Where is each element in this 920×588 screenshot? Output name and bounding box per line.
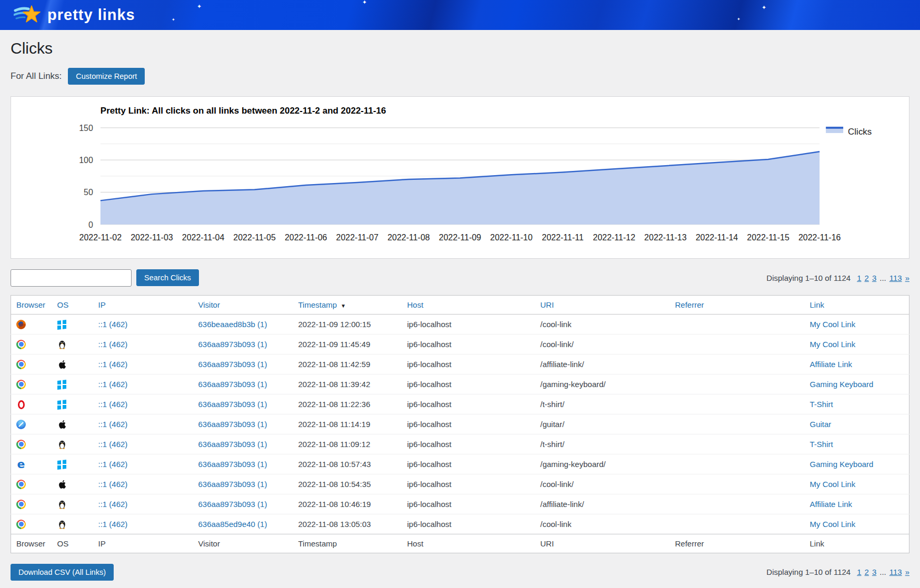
- linux-icon: [57, 440, 67, 449]
- sort-header-ip[interactable]: IP: [93, 295, 193, 314]
- apple-icon: [57, 360, 67, 369]
- svg-text:2022-11-16: 2022-11-16: [798, 233, 841, 242]
- chrome-icon: [16, 440, 26, 449]
- svg-text:50: 50: [84, 188, 93, 197]
- svg-text:2022-11-08: 2022-11-08: [387, 233, 430, 242]
- ip-link[interactable]: ::1 (462): [98, 480, 128, 489]
- page-link-2[interactable]: 2: [865, 567, 869, 576]
- ip-link[interactable]: ::1 (462): [98, 380, 128, 389]
- pretty-link-name[interactable]: My Cool Link: [810, 480, 856, 489]
- opera-icon: [18, 400, 25, 409]
- ip-link[interactable]: ::1 (462): [98, 420, 128, 429]
- pretty-link-name[interactable]: Guitar: [810, 420, 832, 429]
- visitor-link[interactable]: 636aa8973b093 (1): [198, 440, 267, 449]
- svg-text:Clicks: Clicks: [848, 127, 872, 137]
- pretty-link-name[interactable]: Affiliate Link: [810, 360, 853, 369]
- table-row: ::1 (462)636aa8973b093 (1)2022-11-08 10:…: [11, 454, 909, 474]
- footer-col-ip: IP: [93, 534, 193, 553]
- download-csv-button[interactable]: Download CSV (All Links): [11, 564, 114, 581]
- footer-col-host: Host: [402, 534, 535, 553]
- table-row: ::1 (462)636aa8973b093 (1)2022-11-08 11:…: [11, 374, 909, 394]
- page-link-2[interactable]: 2: [865, 273, 869, 282]
- page-link-3[interactable]: 3: [872, 273, 876, 282]
- sort-header-link[interactable]: Link: [805, 295, 909, 314]
- customize-report-button[interactable]: Customize Report: [68, 68, 145, 85]
- host-value: ip6-localhost: [407, 420, 452, 429]
- pretty-link-name[interactable]: Gaming Keyboard: [810, 460, 874, 469]
- ip-link[interactable]: ::1 (462): [98, 520, 128, 529]
- host-value: ip6-localhost: [407, 520, 452, 529]
- visitor-link[interactable]: 636aa8973b093 (1): [198, 400, 267, 409]
- ip-link[interactable]: ::1 (462): [98, 400, 128, 409]
- sort-header-visitor[interactable]: Visitor: [193, 295, 293, 314]
- ip-link[interactable]: ::1 (462): [98, 460, 128, 469]
- sparkle-icon: ✦: [172, 17, 175, 22]
- sort-header-browser[interactable]: Browser: [11, 295, 52, 314]
- visitor-link[interactable]: 636beaaed8b3b (1): [198, 320, 267, 329]
- footer-col-browser: Browser: [11, 534, 52, 553]
- for-all-links-label: For All Links:: [11, 71, 62, 82]
- chrome-icon: [16, 380, 26, 389]
- sparkle-icon: ✦: [737, 17, 741, 22]
- ip-link[interactable]: ::1 (462): [98, 320, 128, 329]
- svg-text:2022-11-13: 2022-11-13: [644, 233, 687, 242]
- host-value: ip6-localhost: [407, 480, 452, 489]
- visitor-link[interactable]: 636aa8973b093 (1): [198, 340, 267, 349]
- page-link-last[interactable]: 113: [889, 567, 902, 576]
- timestamp-value: 2022-11-09 12:00:15: [298, 320, 371, 329]
- page-link-last[interactable]: 113: [889, 273, 902, 282]
- footer-col-uri: URI: [535, 534, 670, 553]
- sort-header-os[interactable]: OS: [52, 295, 93, 314]
- pretty-link-name[interactable]: My Cool Link: [810, 340, 856, 349]
- app-header: ✦ ✦ ✦ ✦ ✦ pretty links: [0, 0, 920, 30]
- visitor-link[interactable]: 636aa8973b093 (1): [198, 360, 267, 369]
- pretty-link-name[interactable]: T-Shirt: [810, 400, 833, 409]
- page-link-3[interactable]: 3: [872, 567, 876, 576]
- visitor-link[interactable]: 636aa8973b093 (1): [198, 420, 267, 429]
- next-page-link[interactable]: »: [905, 273, 909, 282]
- pagination-ellipsis: ...: [879, 567, 886, 576]
- footer-col-link: Link: [805, 534, 909, 553]
- visitor-link[interactable]: 636aa8973b093 (1): [198, 460, 267, 469]
- pretty-link-name[interactable]: My Cool Link: [810, 520, 856, 529]
- svg-text:2022-11-14: 2022-11-14: [696, 233, 738, 242]
- footer-col-visitor: Visitor: [193, 534, 293, 553]
- linux-icon: [57, 520, 67, 529]
- visitor-link[interactable]: 636aa8973b093 (1): [198, 500, 267, 509]
- table-row: ::1 (462)636aa8973b093 (1)2022-11-08 11:…: [11, 414, 909, 434]
- sort-header-uri[interactable]: URI: [535, 295, 670, 314]
- ip-link[interactable]: ::1 (462): [98, 340, 128, 349]
- pretty-link-name[interactable]: T-Shirt: [810, 440, 833, 449]
- pretty-link-name[interactable]: Gaming Keyboard: [810, 380, 874, 389]
- svg-text:150: 150: [79, 124, 93, 133]
- host-value: ip6-localhost: [407, 380, 452, 389]
- sort-header-host[interactable]: Host: [402, 295, 535, 314]
- visitor-link[interactable]: 636aa8973b093 (1): [198, 480, 267, 489]
- footer-col-timestamp: Timestamp: [293, 534, 402, 553]
- table-row: ::1 (462)636aa8973b093 (1)2022-11-08 11:…: [11, 394, 909, 414]
- ip-link[interactable]: ::1 (462): [98, 440, 128, 449]
- pretty-links-star-icon: [14, 4, 42, 26]
- edge-icon: [16, 460, 26, 469]
- page-link-1[interactable]: 1: [857, 273, 861, 282]
- visitor-link[interactable]: 636aa8973b093 (1): [198, 380, 267, 389]
- sort-header-referrer[interactable]: Referrer: [670, 295, 805, 314]
- svg-text:2022-11-05: 2022-11-05: [233, 233, 276, 242]
- sort-header-timestamp[interactable]: Timestamp▼: [293, 295, 402, 314]
- search-input[interactable]: [11, 269, 132, 287]
- search-clicks-button[interactable]: Search Clicks: [136, 269, 199, 286]
- next-page-link[interactable]: »: [905, 567, 909, 576]
- ip-link[interactable]: ::1 (462): [98, 500, 128, 509]
- pretty-link-name[interactable]: Affiliate Link: [810, 500, 853, 509]
- safari-icon: [16, 420, 26, 429]
- uri-value: /guitar/: [541, 420, 565, 429]
- footer-col-os: OS: [52, 534, 93, 553]
- visitor-link[interactable]: 636aa85ed9e40 (1): [198, 520, 267, 529]
- page-link-1[interactable]: 1: [857, 567, 861, 576]
- pretty-link-name[interactable]: My Cool Link: [810, 320, 856, 329]
- ip-link[interactable]: ::1 (462): [98, 360, 128, 369]
- timestamp-value: 2022-11-09 11:45:49: [298, 340, 371, 349]
- chrome-icon: [16, 520, 26, 529]
- pagination-summary: Displaying 1–10 of 1124: [766, 567, 851, 576]
- chrome-icon: [16, 500, 26, 509]
